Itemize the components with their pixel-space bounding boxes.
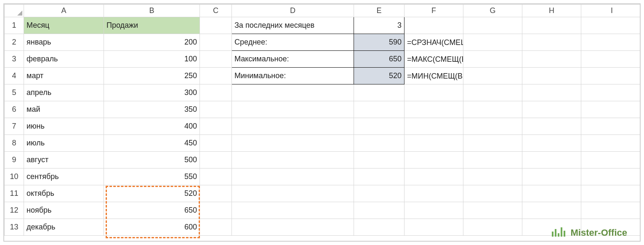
cell-B2[interactable]: 200 — [104, 34, 200, 51]
cell-F4[interactable]: =МИН(СМЕЩ(B1;СЧЁТ(B:B)-E1+1;0;E1;1)) — [404, 68, 463, 84]
cell-E6[interactable] — [354, 101, 404, 118]
cell-D1[interactable]: За последних месяцев — [232, 17, 354, 34]
cell-E3[interactable]: 650 — [354, 51, 404, 68]
cell-E8[interactable] — [354, 135, 404, 152]
cell-F9[interactable] — [404, 152, 463, 169]
table-row[interactable]: 5 апрель 300 — [5, 84, 641, 101]
cell-D5[interactable] — [232, 84, 354, 101]
cell-E13[interactable] — [354, 219, 404, 236]
table-row[interactable]: 10 сентябрь 550 — [5, 169, 641, 185]
cell-B1[interactable]: Продажи — [104, 17, 200, 34]
cell-C7[interactable] — [200, 118, 232, 135]
table-row[interactable]: 12 ноябрь 650 — [5, 202, 641, 219]
cell-I9[interactable] — [581, 152, 641, 169]
spreadsheet-grid[interactable]: A B C D E F G H I 1 Месяц Продажи За пос… — [4, 4, 641, 236]
cell-H1[interactable] — [522, 17, 581, 34]
cell-C6[interactable] — [200, 101, 232, 118]
cell-F6[interactable] — [404, 101, 463, 118]
row-header-12[interactable]: 12 — [5, 202, 24, 219]
cell-I4[interactable] — [581, 68, 641, 84]
cell-A13[interactable]: декабрь — [24, 219, 104, 236]
cell-C3[interactable] — [200, 51, 232, 68]
cell-E9[interactable] — [354, 152, 404, 169]
cell-B5[interactable]: 300 — [104, 84, 200, 101]
row-header-5[interactable]: 5 — [5, 84, 24, 101]
cell-H9[interactable] — [522, 152, 581, 169]
cell-B13[interactable]: 600 — [104, 219, 200, 236]
cell-D8[interactable] — [232, 135, 354, 152]
row-header-3[interactable]: 3 — [5, 51, 24, 68]
column-header-row[interactable]: A B C D E F G H I — [5, 5, 641, 17]
cell-A10[interactable]: сентябрь — [24, 169, 104, 185]
cell-I1[interactable] — [581, 17, 641, 34]
cell-D6[interactable] — [232, 101, 354, 118]
cell-H7[interactable] — [522, 118, 581, 135]
cell-B10[interactable]: 550 — [104, 169, 200, 185]
cell-A12[interactable]: ноябрь — [24, 202, 104, 219]
cell-D12[interactable] — [232, 202, 354, 219]
row-header-1[interactable]: 1 — [5, 17, 24, 34]
cell-B12[interactable]: 650 — [104, 202, 200, 219]
cell-A2[interactable]: январь — [24, 34, 104, 51]
cell-G6[interactable] — [463, 101, 522, 118]
cell-C13[interactable] — [200, 219, 232, 236]
cell-A3[interactable]: февраль — [24, 51, 104, 68]
col-header-E[interactable]: E — [354, 5, 404, 17]
select-all-corner[interactable] — [5, 5, 24, 17]
cell-C9[interactable] — [200, 152, 232, 169]
cell-F3[interactable]: =МАКС(СМЕЩ(B1;СЧЁТ(B:B)-E1+1;0;E1;1)) — [404, 51, 463, 68]
cell-H8[interactable] — [522, 135, 581, 152]
cell-F10[interactable] — [404, 169, 463, 185]
table-row[interactable]: 2 январь 200 Среднее: 590 =СРЗНАЧ(СМЕЩ(B… — [5, 34, 641, 51]
cell-H3[interactable] — [522, 51, 581, 68]
cell-H10[interactable] — [522, 169, 581, 185]
cell-A1[interactable]: Месяц — [24, 17, 104, 34]
col-header-B[interactable]: B — [104, 5, 200, 17]
cell-C5[interactable] — [200, 84, 232, 101]
cell-H12[interactable] — [522, 202, 581, 219]
cell-A9[interactable]: август — [24, 152, 104, 169]
col-header-I[interactable]: I — [581, 5, 641, 17]
cell-G10[interactable] — [463, 169, 522, 185]
table-row[interactable]: 4 март 250 Минимальное: 520 =МИН(СМЕЩ(B1… — [5, 68, 641, 84]
cell-D10[interactable] — [232, 169, 354, 185]
col-header-H[interactable]: H — [522, 5, 581, 17]
cell-B11[interactable]: 520 — [104, 185, 200, 202]
cell-G1[interactable] — [463, 17, 522, 34]
cell-G3[interactable] — [463, 51, 522, 68]
cell-C2[interactable] — [200, 34, 232, 51]
cell-C4[interactable] — [200, 68, 232, 84]
cell-G11[interactable] — [463, 185, 522, 202]
row-header-13[interactable]: 13 — [5, 219, 24, 236]
cell-H6[interactable] — [522, 101, 581, 118]
cell-F12[interactable] — [404, 202, 463, 219]
cell-D2[interactable]: Среднее: — [232, 34, 354, 51]
col-header-F[interactable]: F — [404, 5, 463, 17]
cell-H11[interactable] — [522, 185, 581, 202]
row-header-8[interactable]: 8 — [5, 135, 24, 152]
table-row[interactable]: 7 июнь 400 — [5, 118, 641, 135]
row-header-4[interactable]: 4 — [5, 68, 24, 84]
table-row[interactable]: 3 февраль 100 Максимальное: 650 =МАКС(СМ… — [5, 51, 641, 68]
col-header-D[interactable]: D — [232, 5, 354, 17]
cell-B4[interactable]: 250 — [104, 68, 200, 84]
row-header-6[interactable]: 6 — [5, 101, 24, 118]
cell-E7[interactable] — [354, 118, 404, 135]
cell-A4[interactable]: март — [24, 68, 104, 84]
cell-F2[interactable]: =СРЗНАЧ(СМЕЩ(B1;СЧЁТ(B:B)-E1+1;0;E1;1)) — [404, 34, 463, 51]
cell-G8[interactable] — [463, 135, 522, 152]
cell-C12[interactable] — [200, 202, 232, 219]
cell-A8[interactable]: июль — [24, 135, 104, 152]
cell-E4[interactable]: 520 — [354, 68, 404, 84]
cell-B8[interactable]: 450 — [104, 135, 200, 152]
table-row[interactable]: 11 октябрь 520 — [5, 185, 641, 202]
cell-G5[interactable] — [463, 84, 522, 101]
cell-B6[interactable]: 350 — [104, 101, 200, 118]
cell-D4[interactable]: Минимальное: — [232, 68, 354, 84]
cell-H5[interactable] — [522, 84, 581, 101]
cell-E11[interactable] — [354, 185, 404, 202]
cell-E5[interactable] — [354, 84, 404, 101]
cell-E12[interactable] — [354, 202, 404, 219]
table-row[interactable]: 8 июль 450 — [5, 135, 641, 152]
table-row[interactable]: 6 май 350 — [5, 101, 641, 118]
